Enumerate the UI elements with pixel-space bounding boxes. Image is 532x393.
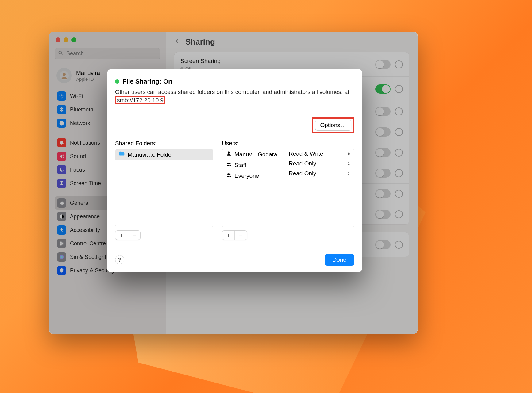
users-heading: Users: [222, 140, 354, 147]
stepper-icon: ▲▼ [347, 171, 350, 176]
svg-point-16 [227, 163, 229, 164]
permission-value: Read Only [289, 160, 316, 167]
options-button[interactable]: Options… [315, 120, 351, 131]
add-user-button[interactable]: + [222, 231, 234, 240]
shared-folder-row[interactable]: Manuvi…c Folder [115, 149, 213, 160]
folders-addremove: + − [115, 230, 141, 240]
sheet-title: File Sharing: On [122, 78, 172, 85]
file-sharing-sheet: File Sharing: On Other users can access … [107, 69, 362, 272]
shared-folders-heading: Shared Folders: [115, 140, 213, 147]
svg-point-17 [229, 163, 230, 164]
user-name: Manuv…Godara [234, 151, 277, 158]
permission-select[interactable]: Read Only▲▼ [285, 159, 354, 169]
shared-folders-list[interactable]: Manuvi…c Folder [115, 149, 213, 227]
smb-url-highlight: smb://172.20.10.9 [115, 96, 165, 105]
svg-point-15 [228, 152, 230, 154]
permission-value: Read & Write [289, 150, 323, 157]
permission-select[interactable]: Read & Write▲▼ [285, 149, 354, 159]
user-row[interactable]: Manuv…Godara [222, 149, 285, 160]
options-highlight-box: Options… [312, 117, 354, 133]
remove-user-button[interactable]: − [234, 231, 247, 240]
stepper-icon: ▲▼ [347, 151, 350, 156]
on-indicator [115, 79, 119, 84]
remove-folder-button[interactable]: − [128, 231, 140, 240]
sheet-title-row: File Sharing: On [115, 78, 354, 85]
sheet-description: Other users can access shared folders on… [115, 88, 354, 104]
user-row[interactable]: Everyone [222, 170, 285, 181]
add-folder-button[interactable]: + [115, 231, 128, 240]
group-icon [226, 161, 232, 169]
person-icon [226, 150, 232, 158]
user-name: Staff [234, 162, 246, 169]
svg-point-19 [229, 174, 230, 175]
folder-icon [118, 150, 125, 159]
folder-label: Manuvi…c Folder [128, 151, 173, 158]
permission-value: Read Only [289, 170, 316, 177]
wallpaper: Manuvira Apple ID Wi-FiBluetoothNetworkN… [0, 0, 532, 393]
stepper-icon: ▲▼ [347, 161, 350, 166]
user-row[interactable]: Staff [222, 160, 285, 170]
permission-select[interactable]: Read Only▲▼ [285, 169, 354, 178]
svg-point-18 [227, 173, 229, 175]
users-list[interactable]: Manuv…GodaraStaffEveryone Read & Write▲▼… [222, 149, 354, 227]
done-button[interactable]: Done [325, 254, 354, 266]
group-icon [226, 172, 232, 180]
users-addremove: + − [222, 230, 247, 240]
help-button[interactable]: ? [115, 255, 124, 264]
user-name: Everyone [234, 173, 259, 179]
